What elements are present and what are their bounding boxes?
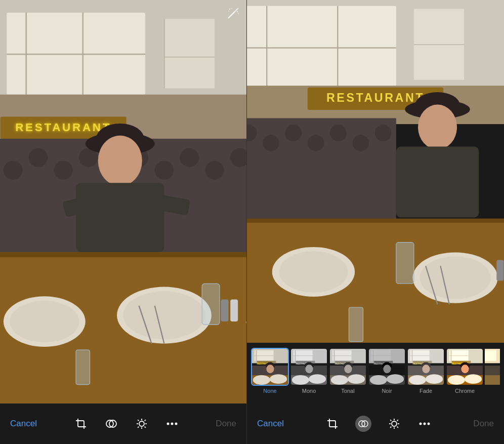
svg-point-176 <box>422 365 430 373</box>
svg-point-146 <box>331 375 348 385</box>
svg-point-147 <box>348 374 365 384</box>
svg-point-3 <box>229 9 230 10</box>
svg-point-86 <box>375 125 392 141</box>
tune-icon[interactable] <box>134 416 149 431</box>
tune-icon-right[interactable] <box>387 416 402 431</box>
svg-rect-12 <box>7 54 145 55</box>
svg-line-60 <box>144 420 145 421</box>
svg-point-62 <box>166 423 169 425</box>
svg-rect-199 <box>485 375 500 385</box>
svg-rect-78 <box>396 146 479 217</box>
filter-label-none: None <box>263 388 276 394</box>
svg-point-77 <box>418 105 457 150</box>
svg-rect-14 <box>164 19 164 88</box>
svg-point-178 <box>409 375 426 385</box>
svg-point-5 <box>231 8 232 9</box>
svg-rect-197 <box>485 350 496 361</box>
svg-rect-71 <box>414 45 464 45</box>
filter-item-chrome[interactable]: RESTAURANT Chrome <box>446 348 484 394</box>
svg-point-213 <box>428 423 430 425</box>
svg-rect-79 <box>247 118 396 218</box>
filter-item-mono[interactable]: RESTAURANT Mono <box>290 348 328 394</box>
filter-thumb-tonal[interactable]: RESTAURANT <box>329 348 367 386</box>
crop-icon[interactable] <box>73 416 89 431</box>
svg-point-53 <box>139 421 144 426</box>
svg-line-210 <box>390 427 391 428</box>
svg-rect-39 <box>0 252 246 257</box>
filter-strip: RESTAURANT None <box>247 343 504 403</box>
filter-thumb-noir[interactable]: RESTAURANT <box>368 348 406 386</box>
svg-point-63 <box>171 423 173 425</box>
svg-point-92 <box>420 257 491 299</box>
filter-item-none[interactable]: RESTAURANT None <box>251 348 289 394</box>
done-button-left[interactable]: Done <box>216 419 236 429</box>
svg-rect-13 <box>164 19 215 88</box>
svg-point-202 <box>392 421 397 426</box>
svg-point-192 <box>461 365 469 373</box>
svg-point-28 <box>180 148 199 167</box>
filter-thumb-mono[interactable]: RESTAURANT <box>290 348 328 386</box>
more-icon[interactable] <box>164 416 180 431</box>
filter-item-fade[interactable]: RESTAURANT Fade <box>407 348 445 394</box>
filter-label-mono: Mono <box>302 388 316 394</box>
cancel-button-right[interactable]: Cancel <box>257 419 284 429</box>
filter-item-tonal[interactable]: RESTAURANT Tonal <box>329 348 367 394</box>
svg-point-82 <box>285 125 302 141</box>
svg-rect-44 <box>202 284 220 325</box>
filter-item-process[interactable] <box>485 348 500 386</box>
svg-rect-167 <box>410 355 430 356</box>
photo-left: RESTAURANT <box>0 0 246 403</box>
filter-thumb-process[interactable] <box>485 348 500 386</box>
svg-point-21 <box>4 161 22 180</box>
svg-point-128 <box>305 365 313 373</box>
filter-label-noir: Noir <box>382 388 392 394</box>
svg-point-27 <box>155 161 174 180</box>
svg-rect-135 <box>332 355 352 356</box>
crop-icon-right[interactable] <box>325 416 340 431</box>
svg-point-130 <box>292 375 309 385</box>
svg-point-29 <box>205 161 224 180</box>
toolbar-icons-left <box>73 416 180 431</box>
svg-point-179 <box>426 374 443 384</box>
svg-point-163 <box>387 374 404 384</box>
filter-thumb-chrome[interactable]: RESTAURANT <box>446 348 484 386</box>
svg-point-114 <box>253 375 270 385</box>
filter-item-noir[interactable]: RESTAURANT Noir <box>368 348 406 394</box>
toolbar-icons-right <box>325 416 432 432</box>
svg-point-6 <box>237 11 238 12</box>
svg-point-162 <box>370 375 387 385</box>
photo-right: RESTAURANT <box>247 0 504 343</box>
photo-area-right: RESTAURANT <box>247 0 504 343</box>
svg-line-209 <box>397 420 398 421</box>
filters-active-icon[interactable] <box>355 416 371 432</box>
cancel-button-left[interactable]: Cancel <box>10 419 37 429</box>
svg-point-34 <box>98 136 142 186</box>
svg-point-211 <box>419 423 422 425</box>
svg-line-59 <box>144 427 145 428</box>
svg-point-23 <box>54 161 73 180</box>
svg-rect-46 <box>221 300 229 322</box>
left-panel: RESTAURANT <box>0 0 247 444</box>
right-toolbar: Cancel <box>247 403 504 444</box>
adjust-icon[interactable] <box>104 416 119 431</box>
svg-point-81 <box>263 135 279 151</box>
svg-point-194 <box>448 375 465 385</box>
done-button-right[interactable]: Done <box>473 419 494 429</box>
more-icon-right[interactable] <box>417 416 432 431</box>
svg-rect-103 <box>255 355 274 356</box>
svg-point-115 <box>270 374 287 384</box>
svg-point-43 <box>123 291 205 339</box>
svg-rect-88 <box>247 219 504 223</box>
filter-thumb-fade[interactable]: RESTAURANT <box>407 348 445 386</box>
magic-wand-button[interactable] <box>228 8 239 21</box>
svg-rect-151 <box>371 355 391 356</box>
svg-rect-94 <box>349 307 363 342</box>
filter-label-fade: Fade <box>419 388 432 394</box>
filter-thumb-none[interactable]: RESTAURANT <box>251 348 289 386</box>
svg-line-61 <box>138 427 139 428</box>
svg-point-83 <box>308 135 324 151</box>
svg-rect-15 <box>164 57 215 57</box>
svg-line-208 <box>397 427 398 428</box>
svg-point-64 <box>175 423 177 425</box>
svg-point-4 <box>228 11 229 12</box>
